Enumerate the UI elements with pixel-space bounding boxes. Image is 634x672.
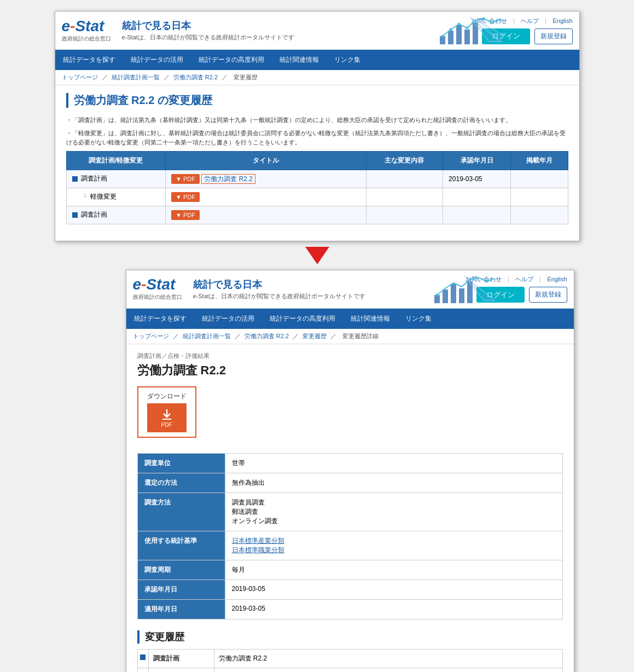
row1-type-label: 調査計画: [81, 174, 107, 183]
row2-approval: [443, 188, 511, 206]
nav2-item-5[interactable]: リンク集: [398, 309, 439, 329]
logo-2: e-Stat: [133, 277, 176, 292]
row1-publish: [511, 170, 568, 188]
row3-approval: [443, 206, 511, 224]
nav2-item-2[interactable]: 統計データの活用: [194, 309, 262, 329]
row1-title: ▼ PDF 労働力調査 R2.2: [166, 170, 367, 188]
english-link[interactable]: English: [552, 18, 572, 24]
arrow-container: [5, 247, 629, 264]
logo-area: e-Stat 政府統計の総合窓口: [62, 19, 111, 43]
change-value-2: 労働力調査 R2.2 軽微変更1: [214, 668, 562, 672]
detail-value-5: 毎月: [225, 560, 562, 580]
detail-row-2: 選定の方法 無作為抽出: [137, 473, 562, 493]
row2-title: ▼ PDF: [166, 188, 367, 206]
row1-change: [366, 170, 443, 188]
svg-rect-2: [456, 25, 462, 44]
row2-change: [366, 188, 443, 206]
nav-item-2[interactable]: 統計データの活用: [123, 50, 191, 70]
detail-label-4: 使用する統計基準: [137, 531, 225, 560]
th-changes: 主な変更内容: [366, 151, 443, 170]
svg-point-7: [457, 23, 460, 26]
page-title: 労働力調査 R2.2 の変更履歴: [74, 93, 568, 108]
help-link-2[interactable]: ヘルプ: [515, 276, 533, 282]
th-title: タイトル: [166, 151, 367, 170]
change-type-1: 調査計画: [148, 649, 214, 668]
nav2-item-4[interactable]: 統計関連情報: [343, 309, 398, 329]
detail-table: 調査単位 世帯 選定の方法 無作為抽出 調査方法 調査員調査 郵送調査 オンライ…: [137, 453, 563, 619]
nav2-item-1[interactable]: 統計データを探す: [126, 309, 194, 329]
row3-type-label: 調査計画: [81, 210, 107, 219]
th-type: 調査計画/軽微変更: [66, 151, 166, 170]
detail-row-5: 調査周期 毎月: [137, 560, 562, 580]
breadcrumb2-link-3[interactable]: 労働力調査 R2.2: [245, 333, 289, 339]
breadcrumb2-link-2[interactable]: 統計調査計画一覧: [183, 333, 231, 339]
svg-point-5: [441, 35, 444, 38]
nav-item-3[interactable]: 統計データの高度利用: [191, 50, 272, 70]
detail-label-3: 調査方法: [137, 493, 225, 531]
pdf-format-label: PDF: [161, 422, 172, 428]
download-box[interactable]: ダウンロード PDF: [137, 386, 196, 438]
row1-type: 調査計画: [66, 170, 166, 188]
breadcrumb2-current: 変更履歴詳細: [342, 333, 379, 339]
tagline-subtitle-2: e-Statは、日本の統計が閲覧できる政府統計ポータルサイトです: [193, 292, 466, 300]
breadcrumb-link-3[interactable]: 労働力調査 R2.2: [173, 74, 218, 80]
detail-label-7: 適用年月日: [137, 599, 225, 619]
desc-2: ・「軽微変更」は、調査計画に対し、基幹統計調査の場合は統計委員会に諮問する必要が…: [66, 129, 568, 148]
standard-link-2[interactable]: 日本標準職業分類: [232, 546, 284, 554]
standard-link-1[interactable]: 日本標準産業分類: [232, 537, 284, 544]
detail-value-7: 2019-03-05: [225, 599, 562, 619]
detail-value-4: 日本標準産業分類 日本標準職業分類: [225, 531, 562, 560]
history-table: 調査計画/軽微変更 タイトル 主な変更内容 承認年月日 掲載年月 調査計画: [66, 151, 568, 224]
svg-rect-3: [464, 30, 470, 44]
svg-point-11: [490, 21, 493, 24]
detail-row-6: 承認年月日 2019-03-05: [137, 580, 562, 599]
svg-rect-18: [459, 288, 464, 303]
page2-content: 調査計画／点検・評価結果 労働力調査 R2.2 ダウンロード PDF 調査単位: [126, 344, 574, 672]
survey-type-label: 調査計画／点検・評価結果: [137, 352, 563, 360]
detail-label-2: 選定の方法: [137, 473, 225, 493]
detail-label-5: 調査周期: [137, 560, 225, 580]
row2-publish: [511, 188, 568, 206]
row3-type: 調査計画: [66, 206, 166, 224]
detail-row-7: 適用年月日 2019-03-05: [137, 599, 562, 619]
page-title-bar: 労働力調査 R2.2 の変更履歴: [66, 93, 568, 108]
svg-rect-16: [443, 289, 448, 303]
tagline-title-2: 統計で見る日本: [193, 278, 466, 291]
logo-subtitle-2: 政府統計の総合窓口: [133, 293, 182, 301]
logo: e-Stat: [62, 19, 104, 34]
register-button-2[interactable]: 新規登録: [529, 287, 567, 303]
breadcrumb2-link-4[interactable]: 変更履歴: [303, 333, 327, 339]
breadcrumb-link-1[interactable]: トップページ: [62, 74, 98, 80]
nav-item-5[interactable]: リンク集: [327, 50, 368, 70]
th-approval: 承認年月日: [443, 151, 511, 170]
nav-item-4[interactable]: 統計関連情報: [272, 50, 327, 70]
svg-rect-1: [448, 31, 453, 44]
first-window: e-Stat 政府統計の総合窓口 統計で見る日本 e-Statは、日本の統計が閲…: [55, 11, 580, 241]
nav-item-1[interactable]: 統計データを探す: [55, 50, 123, 70]
nav-bar-2: 統計データを探す 統計データの活用 統計データの高度利用 統計関連情報 リンク集: [126, 309, 574, 329]
register-button[interactable]: 新規登録: [534, 28, 573, 44]
nav2-item-3[interactable]: 統計データの高度利用: [262, 309, 343, 329]
survey-main-title: 労働力調査 R2.2: [137, 362, 563, 379]
chart-decoration-2: [432, 273, 497, 306]
row3-publish: [511, 206, 568, 224]
detail-row-4: 使用する統計基準 日本標準産業分類 日本標準職業分類: [137, 531, 562, 560]
help-link[interactable]: ヘルプ: [521, 18, 539, 24]
tagline-subtitle: e-Statは、日本の統計が閲覧できる政府統計ポータルサイトです: [122, 33, 472, 42]
breadcrumb-link-2[interactable]: 統計調査計画一覧: [112, 74, 160, 80]
survey-link[interactable]: 労働力調査 R2.2: [201, 174, 255, 184]
logo-subtitle: 政府統計の総合窓口: [62, 35, 111, 43]
breadcrumb2-link-1[interactable]: トップページ: [133, 333, 169, 339]
download-label: ダウンロード: [147, 392, 187, 401]
english-link-2[interactable]: English: [547, 276, 567, 282]
marker-icon: [72, 176, 78, 182]
tagline-title: 統計で見る日本: [122, 19, 472, 32]
svg-rect-17: [451, 284, 456, 303]
change-type-2: 軽微変更: [148, 668, 214, 672]
svg-point-22: [485, 280, 487, 282]
marker-icon-2: [72, 212, 78, 218]
pdf-button-3[interactable]: ▼ PDF: [171, 210, 200, 220]
detail-value-6: 2019-03-05: [225, 580, 562, 599]
pdf-button-2[interactable]: ▼ PDF: [171, 192, 200, 202]
pdf-button[interactable]: ▼ PDF: [171, 174, 200, 184]
